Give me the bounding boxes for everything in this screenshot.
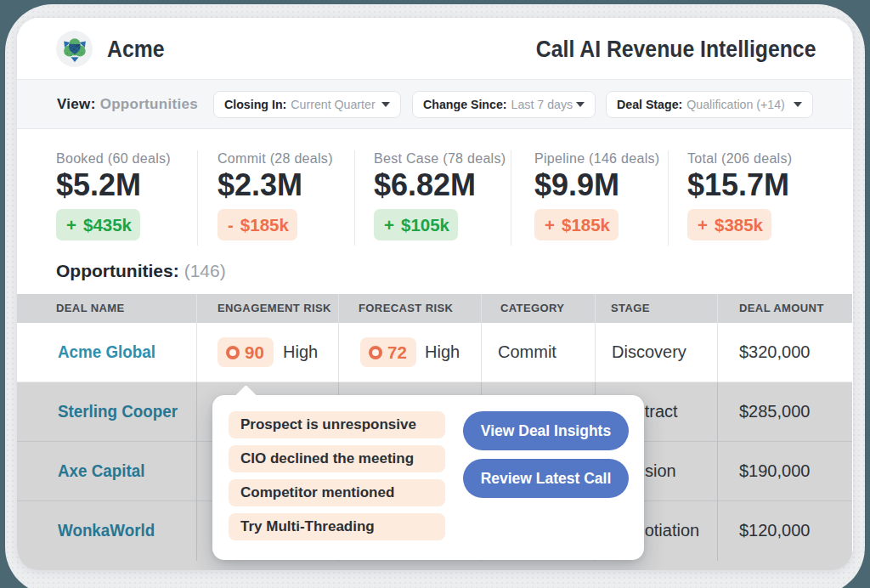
brand-name: Acme xyxy=(107,18,164,80)
filter-value: Last 7 days xyxy=(511,98,573,111)
metric-delta-badge: +$435k xyxy=(56,209,140,240)
metric-label: Commit (28 deals) xyxy=(218,151,333,167)
deal-name-link[interactable]: Acme Global xyxy=(58,323,155,382)
app-window: Acme Call AI Revenue Intelligence View: … xyxy=(17,18,853,570)
risk-factor-chip: CIO declined the meeting xyxy=(229,445,445,472)
stage: Acme Call AI Revenue Intelligence View: … xyxy=(0,0,870,588)
filter-label: Deal Stage: xyxy=(617,98,682,111)
app-header: Acme Call AI Revenue Intelligence xyxy=(17,18,852,80)
risk-gauge-icon xyxy=(369,346,382,359)
risk-factor-chip: Prospect is unresponsive xyxy=(229,411,445,438)
opportunities-title: Opportunities: xyxy=(56,261,179,280)
view-deal-insights-button[interactable]: View Deal Insights xyxy=(463,411,629,450)
metric-value: $9.9M xyxy=(534,167,619,203)
metric-label: Pipeline (146 deals) xyxy=(534,151,659,167)
metric-label: Total (206 deals) xyxy=(687,151,792,167)
delta-sign: + xyxy=(698,215,708,235)
view-label-text: View: xyxy=(57,96,96,112)
opportunities-heading: Opportunities:(146) xyxy=(56,261,226,281)
metrics-strip: Booked (60 deals) $5.2M +$435k Commit (2… xyxy=(17,129,852,269)
stage-cell: Discovery xyxy=(612,323,686,382)
chevron-down-icon xyxy=(576,102,585,107)
delta-amount: $185k xyxy=(240,215,289,235)
column-header-engagement-risk: ENGAGEMENT RISK xyxy=(218,294,331,323)
risk-popover: Prospect is unresponsive CIO declined th… xyxy=(212,395,644,560)
filter-bar: View: Opportunities Closing In: Current … xyxy=(17,80,852,129)
product-title: Call AI Revenue Intelligence xyxy=(535,18,816,80)
acme-logo xyxy=(56,31,93,67)
engagement-score: 90 xyxy=(245,342,264,363)
table-header: DEAL NAME ENGAGEMENT RISK FORECAST RISK … xyxy=(17,294,852,323)
review-latest-call-button[interactable]: Review Latest Call xyxy=(463,459,629,498)
forecast-level: High xyxy=(425,323,460,382)
opportunities-count: (146) xyxy=(184,261,226,280)
forecast-risk-badge[interactable]: 72 xyxy=(360,337,416,367)
delta-sign: + xyxy=(66,215,76,235)
delta-sign: - xyxy=(228,215,234,235)
metric-label: Booked (60 deals) xyxy=(56,151,171,167)
forecast-score: 72 xyxy=(387,342,407,363)
column-header-stage: STAGE xyxy=(611,294,650,323)
metric-delta-badge: +$385k xyxy=(687,209,771,240)
delta-sign: + xyxy=(384,215,394,235)
filter-closing-in[interactable]: Closing In: Current Quarter xyxy=(213,91,401,118)
metric-divider xyxy=(197,150,198,246)
delta-amount: $435k xyxy=(83,215,132,235)
delta-sign: + xyxy=(545,215,555,235)
metric-delta-badge: +$185k xyxy=(534,209,619,240)
filter-change-since[interactable]: Change Since: Last 7 days xyxy=(412,91,596,118)
filter-deal-stage[interactable]: Deal Stage: Qualification (+14) xyxy=(606,91,813,118)
metric-value: $6.82M xyxy=(374,167,476,203)
metric-delta-badge: +$105k xyxy=(374,209,458,240)
filter-label: Change Since: xyxy=(423,98,507,111)
acme-logo-icon xyxy=(63,38,87,62)
filter-label: Closing In: xyxy=(224,98,286,111)
filter-value: Qualification (+14) xyxy=(686,98,785,111)
metric-label: Best Case (78 deals) xyxy=(374,151,506,167)
metric-divider xyxy=(354,150,355,246)
view-label: View: Opportunities xyxy=(57,80,198,129)
engagement-level: High xyxy=(283,323,318,382)
view-value: Opportunities xyxy=(100,96,198,112)
filter-value: Current Quarter xyxy=(291,98,375,111)
delta-amount: $105k xyxy=(401,215,449,235)
column-header-category: CATEGORY xyxy=(500,294,564,323)
engagement-risk-badge[interactable]: 90 xyxy=(218,337,274,367)
chevron-down-icon xyxy=(794,102,802,107)
risk-factor-chip: Competitor mentioned xyxy=(229,479,445,506)
metric-delta-badge: -$185k xyxy=(218,209,297,240)
metric-divider xyxy=(668,150,669,246)
metric-value: $5.2M xyxy=(56,167,141,203)
delta-amount: $185k xyxy=(562,215,610,235)
metric-value: $15.7M xyxy=(687,167,789,203)
risk-factor-chip: Try Multi-Threading xyxy=(229,513,445,540)
metric-divider xyxy=(511,150,511,246)
amount-cell: $320,000 xyxy=(739,323,810,382)
delta-amount: $385k xyxy=(715,215,763,235)
metric-value: $2.3M xyxy=(218,167,302,203)
column-header-forecast-risk: FORECAST RISK xyxy=(359,294,453,323)
risk-gauge-icon xyxy=(226,346,240,359)
table-row[interactable]: Acme Global 90 High 72 High Commit Disco… xyxy=(17,323,852,382)
column-header-deal-name: DEAL NAME xyxy=(56,294,125,323)
chevron-down-icon xyxy=(381,102,390,107)
column-header-deal-amount: DEAL AMOUNT xyxy=(739,294,824,323)
category-cell: Commit xyxy=(498,323,556,382)
